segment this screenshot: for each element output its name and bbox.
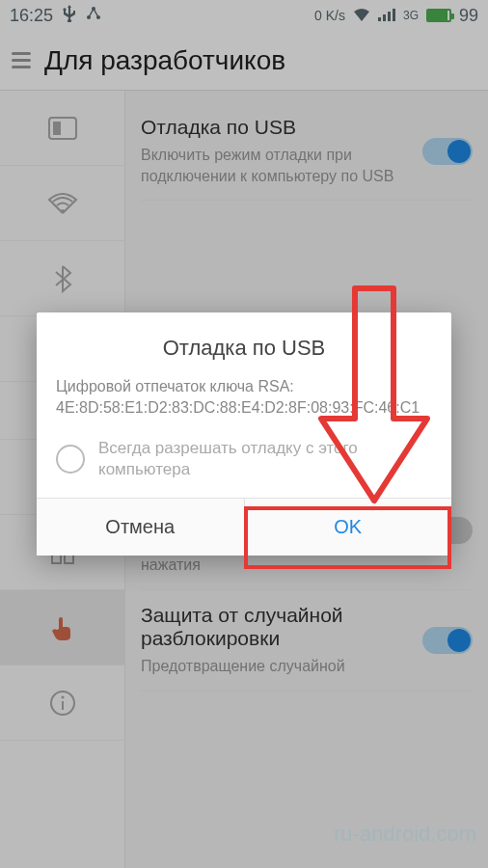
cancel-button[interactable]: Отмена (37, 499, 245, 556)
dialog-text: Цифровой отпечаток ключа RSA: 4E:8D:58:E… (56, 376, 432, 420)
checkbox-label: Всегда разрешать отладку с этого компьют… (98, 438, 432, 480)
always-allow-checkbox[interactable]: Всегда разрешать отладку с этого компьют… (56, 438, 432, 480)
usb-debug-dialog: Отладка по USB Цифровой отпечаток ключа … (37, 312, 451, 556)
checkbox-icon (56, 445, 85, 474)
watermark: ru-android.com (334, 822, 476, 847)
dialog-title: Отладка по USB (56, 336, 432, 361)
dialog-overlay: Отладка по USB Цифровой отпечаток ключа … (0, 0, 488, 868)
ok-button[interactable]: OK (245, 499, 452, 556)
